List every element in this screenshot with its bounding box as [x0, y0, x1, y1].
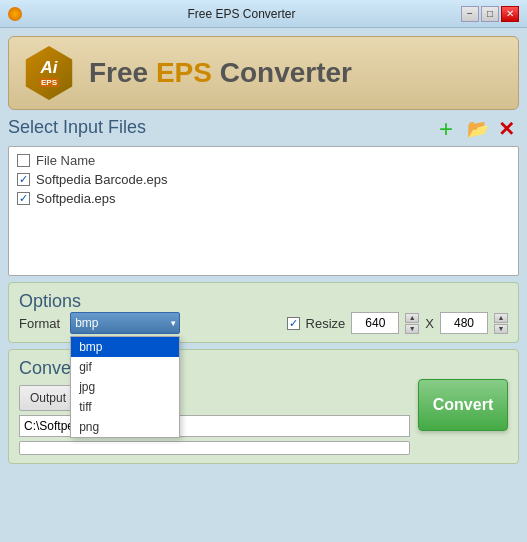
app-title: Free EPS Converter [89, 57, 352, 89]
minimize-button[interactable]: − [461, 6, 479, 22]
resize-area: Resize ▲ ▼ X ▲ ▼ [287, 312, 508, 334]
format-dropdown: bmp gif jpg tiff png [70, 336, 180, 438]
height-spinner: ▲ ▼ [494, 313, 508, 334]
dropdown-option-bmp[interactable]: bmp [71, 337, 179, 357]
header-checkbox[interactable] [17, 154, 30, 167]
select-files-title: Select Input Files [8, 117, 146, 138]
resize-checkbox[interactable] [287, 317, 300, 330]
dropdown-option-jpg[interactable]: jpg [71, 377, 179, 397]
options-row: Format bmp ▼ bmp gif jpg tiff png Resize [19, 312, 508, 334]
x-label: X [425, 316, 434, 331]
file-name-2: Softpedia.eps [36, 191, 116, 206]
width-spinner: ▲ ▼ [405, 313, 419, 334]
app-title-free: Free [89, 57, 156, 88]
width-spin-down[interactable]: ▼ [405, 324, 419, 334]
delete-icon: ✕ [498, 119, 515, 139]
file-list-header-row: File Name [13, 151, 514, 170]
file-name-1: Softpedia Barcode.eps [36, 172, 168, 187]
file-name-column-header: File Name [36, 153, 95, 168]
add-files-button[interactable]: + [433, 116, 459, 142]
convert-button[interactable]: Convert [418, 379, 508, 431]
resize-width-input[interactable] [351, 312, 399, 334]
width-spin-up[interactable]: ▲ [405, 313, 419, 323]
file-item-2: Softpedia.eps [13, 189, 514, 208]
close-button[interactable]: ✕ [501, 6, 519, 22]
height-spin-up[interactable]: ▲ [494, 313, 508, 323]
height-spin-down[interactable]: ▼ [494, 324, 508, 334]
format-dropdown-arrow: ▼ [169, 319, 177, 328]
options-section: Options Format bmp ▼ bmp gif jpg tiff pn… [8, 282, 519, 343]
progress-bar [19, 441, 410, 455]
file-checkbox-2[interactable] [17, 192, 30, 205]
restore-button[interactable]: □ [481, 6, 499, 22]
title-bar: Free EPS Converter − □ ✕ [0, 0, 527, 28]
title-bar-title: Free EPS Converter [22, 7, 461, 21]
resize-height-input[interactable] [440, 312, 488, 334]
select-files-header-row: Select Input Files + 📂 ✕ [8, 116, 519, 142]
format-label: Format [19, 316, 60, 331]
convert-button-label: Convert [433, 396, 493, 413]
main-container: Ai EPS Free EPS Converter Select Input F… [0, 28, 527, 542]
logo-inner: Ai EPS [39, 59, 59, 87]
logo-eps-text: EPS [39, 78, 59, 87]
dropdown-option-tiff[interactable]: tiff [71, 397, 179, 417]
app-logo: Ai EPS [22, 46, 76, 100]
folder-icon: 📂 [467, 120, 489, 138]
open-folder-button[interactable]: 📂 [463, 116, 489, 142]
resize-label: Resize [306, 316, 346, 331]
logo-ai-text: Ai [40, 59, 57, 78]
format-select[interactable]: bmp ▼ [70, 312, 180, 334]
file-item-1: Softpedia Barcode.eps [13, 170, 514, 189]
options-title: Options [19, 291, 81, 311]
delete-button[interactable]: ✕ [493, 116, 519, 142]
add-icon: + [439, 117, 453, 141]
app-logo-wrapper: Ai EPS [21, 45, 77, 101]
app-title-eps: EPS [156, 57, 212, 88]
file-list: File Name Softpedia Barcode.eps Softpedi… [8, 146, 519, 276]
toolbar-icons: + 📂 ✕ [433, 116, 519, 142]
dropdown-option-gif[interactable]: gif [71, 357, 179, 377]
app-header: Ai EPS Free EPS Converter [8, 36, 519, 110]
format-selected-value: bmp [75, 316, 98, 330]
title-bar-controls: − □ ✕ [461, 6, 519, 22]
select-files-section: Select Input Files + 📂 ✕ File Name [8, 116, 519, 276]
title-bar-icon [8, 7, 22, 21]
app-title-converter: Converter [212, 57, 352, 88]
format-select-container: bmp ▼ bmp gif jpg tiff png [70, 312, 180, 334]
file-checkbox-1[interactable] [17, 173, 30, 186]
dropdown-option-png[interactable]: png [71, 417, 179, 437]
